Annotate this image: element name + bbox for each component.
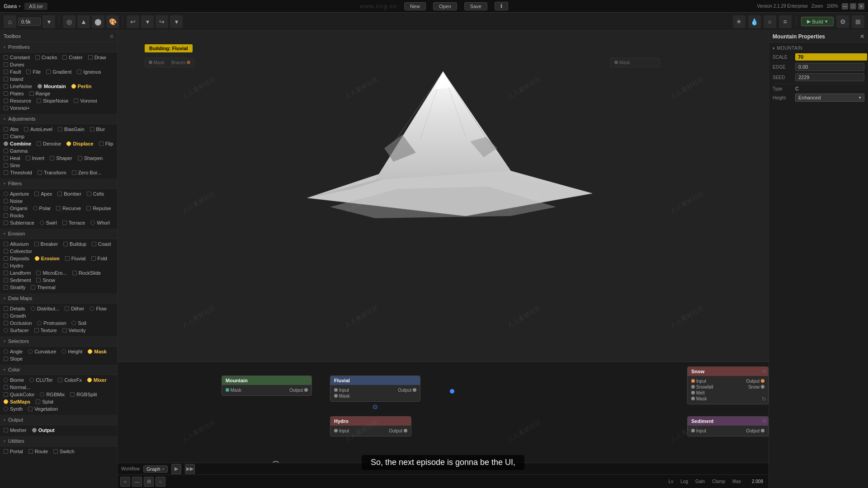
sidebar-item-noise[interactable]: Noise (3, 198, 24, 204)
sidebar-item-angle[interactable]: Angle (3, 348, 24, 355)
sidebar-item-resource[interactable]: Resource (3, 98, 32, 104)
file-tab[interactable]: AS.tor (24, 3, 47, 10)
sidebar-item-stratify[interactable]: Stratify (3, 284, 26, 291)
sidebar-item-distribut[interactable]: Distribut... (30, 305, 61, 312)
sidebar-item-rocks[interactable]: Rocks (3, 212, 25, 219)
sidebar-item-displace[interactable]: Displace (66, 141, 94, 147)
circle-icon-btn[interactable]: ◎ (63, 15, 75, 28)
sidebar-item-blur[interactable]: Blur (89, 126, 106, 132)
sidebar-item-autolevel[interactable]: AutoLevel (23, 126, 53, 132)
sidebar-section-color[interactable]: ▾ Color (0, 365, 117, 375)
sidebar-section-datamaps[interactable]: ▾ Data Maps (0, 293, 117, 304)
sidebar-item-rockslide[interactable]: RockSlide (71, 270, 102, 276)
info-button[interactable]: ℹ (495, 2, 508, 10)
redo-button[interactable]: ↪ (156, 15, 168, 28)
sidebar-item-hydro[interactable]: Hydro (3, 263, 24, 269)
sidebar-item-voronoi2[interactable]: Voronoi+ (3, 105, 31, 111)
sediment-settings-icon[interactable]: ⚙ (762, 418, 766, 423)
sidebar-item-switch[interactable]: Switch (52, 448, 75, 455)
layers-icon-btn[interactable]: ≡ (779, 15, 792, 28)
build-button[interactable]: ▶ Build ▾ (801, 17, 834, 26)
toolbox-menu-icon[interactable]: ≡ (110, 33, 113, 40)
sidebar-item-soil[interactable]: Soil (71, 320, 87, 326)
sidebar-item-satmaps[interactable]: SatMaps (3, 399, 31, 405)
sidebar-item-apex[interactable]: Apex (33, 191, 53, 197)
sidebar-item-dither[interactable]: Dither (64, 305, 85, 312)
sidebar-item-coast[interactable]: Coast (91, 241, 112, 247)
rp-edge-input[interactable] (795, 63, 864, 71)
graph-fit-btn[interactable]: ⊞ (144, 477, 154, 487)
app-name[interactable]: Gaea ▾ (4, 3, 21, 9)
sidebar-item-splat[interactable]: Splat (35, 399, 54, 405)
home-icon-btn[interactable]: ⌂ (4, 15, 16, 28)
paint-icon-btn[interactable]: 🎨 (106, 15, 119, 28)
sidebar-item-origami[interactable]: Origami (3, 205, 28, 211)
fluvial-node[interactable]: Fluvial Input Output Mask ⊙ (330, 375, 420, 402)
sidebar-item-fold[interactable]: Fold (90, 255, 108, 262)
sidebar-item-cracks[interactable]: Cracks (34, 54, 58, 61)
sediment-node[interactable]: Sediment Input Output ⚙ (687, 416, 769, 436)
drop-icon-btn[interactable]: ○ (764, 15, 776, 28)
undo-button[interactable]: ↩ (127, 15, 139, 28)
sidebar-item-transform[interactable]: Transform (37, 169, 67, 176)
water-icon-btn[interactable]: 💧 (748, 15, 761, 28)
sidebar-item-cells[interactable]: Cells (86, 191, 105, 197)
viewport[interactable]: 人人素材社区 人人素材社区 人人素材社区 人人素材社区 人人素材社区 人人素材社… (118, 31, 769, 488)
sun-icon-btn[interactable]: ☀ (733, 15, 745, 28)
sidebar-item-polar[interactable]: Polar (32, 205, 52, 211)
graph-reset-btn[interactable]: ○ (156, 477, 165, 487)
workflow-graph-select[interactable]: Graph ▾ (143, 465, 168, 473)
sidebar-item-voronoi[interactable]: Voronoi (73, 98, 98, 104)
sidebar-item-combine[interactable]: Combine (3, 141, 32, 147)
sidebar-item-terrace[interactable]: Terrace (61, 220, 86, 226)
sidebar-section-filters[interactable]: ▾ Filters (0, 178, 117, 189)
sidebar-item-invert[interactable]: Invert (25, 155, 46, 161)
sidebar-section-adjustments[interactable]: ▾ Adjustments (0, 114, 117, 124)
sidebar-item-alluvium[interactable]: Alluvium (3, 241, 30, 247)
sidebar-section-primitives[interactable]: ▾ Primitives (0, 42, 117, 52)
sidebar-item-breaker[interactable]: Breaker (33, 241, 59, 247)
sidebar-item-island[interactable]: Island (3, 76, 24, 82)
sidebar-item-threshold[interactable]: Threshold (3, 169, 33, 176)
sidebar-item-buildup[interactable]: Buildup (62, 241, 87, 247)
sidebar-item-swirl[interactable]: Swirl (39, 220, 58, 226)
sidebar-item-aperture[interactable]: Aperture (3, 191, 30, 197)
sidebar-section-selectors[interactable]: ▾ Selectors (0, 336, 117, 347)
sidebar-item-erosion[interactable]: Erosion (34, 255, 61, 262)
sidebar-item-constant[interactable]: Constant (3, 54, 31, 61)
workflow-play-btn[interactable]: ▶ (171, 464, 181, 474)
rp-seed-input[interactable] (795, 73, 864, 81)
graph-zoom-out-btn[interactable]: — (132, 477, 142, 487)
sidebar-section-utilities[interactable]: ▾ Utilities (0, 436, 117, 446)
maximize-button[interactable]: □ (850, 3, 856, 9)
sidebar-item-output[interactable]: Output (31, 427, 56, 433)
sidebar-item-quickcolor[interactable]: QuickColor (3, 391, 35, 398)
sidebar-item-recurve[interactable]: Recurve (55, 205, 82, 211)
new-button[interactable]: New (404, 2, 426, 10)
sidebar-item-igneous[interactable]: Igneous (76, 69, 102, 75)
sidebar-item-sine[interactable]: Sine (3, 162, 21, 169)
snow-refresh-icon[interactable]: ↻ (762, 396, 766, 402)
snow-node[interactable]: Snow Input Output Snowfall Snow Melt (687, 366, 769, 404)
sidebar-item-mask[interactable]: Mask (87, 348, 108, 355)
sidebar-item-thermal[interactable]: Thermal (30, 284, 56, 291)
sidebar-item-crater[interactable]: Crater (61, 54, 84, 61)
sidebar-item-normal[interactable]: Normal... (3, 384, 31, 390)
sidebar-item-biasgain[interactable]: BiasGain (57, 126, 85, 132)
sidebar-item-deposits[interactable]: Deposits (3, 255, 30, 262)
sidebar-item-denoise[interactable]: Denoise (36, 141, 62, 147)
sidebar-item-zerobor[interactable]: Zero Bor... (71, 169, 102, 176)
sidebar-item-flip[interactable]: Flip (98, 141, 114, 147)
redo-dropdown-btn[interactable]: ▾ (170, 15, 183, 28)
sidebar-item-gamma[interactable]: Gamma (3, 148, 28, 154)
close-button[interactable]: ✕ (858, 3, 864, 9)
sidebar-item-route[interactable]: Route (28, 448, 49, 455)
mountain-icon-btn[interactable]: ▲ (77, 15, 90, 28)
sidebar-item-range[interactable]: Range (28, 90, 51, 97)
sidebar-item-vegetation[interactable]: Vegetation (27, 406, 59, 412)
sidebar-item-colivector[interactable]: Colivector (3, 248, 33, 254)
sidebar-item-portal[interactable]: Portal (3, 448, 24, 455)
sidebar-item-perlin[interactable]: Perlin (71, 83, 93, 89)
amount-input[interactable] (18, 18, 41, 26)
sidebar-item-landform[interactable]: Landform (3, 270, 32, 276)
